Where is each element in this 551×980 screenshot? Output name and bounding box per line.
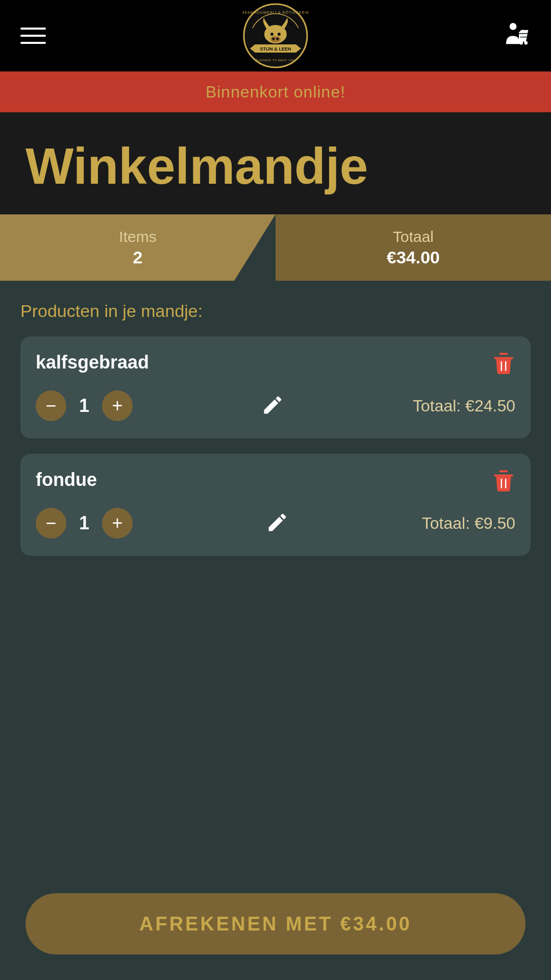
edit-button[interactable] xyxy=(256,388,289,423)
svg-point-14 xyxy=(524,41,528,45)
page-title-section: Winkelmandje xyxy=(0,112,551,214)
products-section: Producten in je mandje: kalfsgebraad − 1… xyxy=(0,281,551,592)
product-total: Totaal: €24.50 xyxy=(413,397,515,415)
svg-text:PLEASED TO MEAT YOU: PLEASED TO MEAT YOU xyxy=(255,59,295,62)
checkout-button[interactable]: AFREKENEN MET €34.00 xyxy=(26,893,525,954)
trash-icon xyxy=(491,351,516,376)
svg-point-8 xyxy=(277,38,279,40)
checkout-container: AFREKENEN MET €34.00 xyxy=(26,893,525,954)
product-controls: − 1 + Totaal: €9.50 xyxy=(36,506,515,541)
svg-point-5 xyxy=(278,33,281,36)
trash-icon xyxy=(491,468,516,494)
product-controls: − 1 + Totaal: €24.50 xyxy=(36,388,515,423)
quantity-decrease-button[interactable]: − xyxy=(36,508,66,538)
product-name: fondue xyxy=(36,469,515,491)
svg-text:STIJN & LEEN: STIJN & LEEN xyxy=(260,46,291,52)
products-list: kalfsgebraad − 1 + xyxy=(20,336,531,556)
quantity-controls: − 1 + xyxy=(36,390,133,421)
edit-button[interactable] xyxy=(261,506,294,541)
svg-point-6 xyxy=(270,36,281,42)
banner: Binnenkort online! xyxy=(0,71,551,112)
menu-button[interactable] xyxy=(20,28,46,44)
bottom-spacer xyxy=(0,592,551,694)
edit-icon xyxy=(266,511,289,534)
svg-rect-22 xyxy=(499,470,508,472)
svg-rect-21 xyxy=(494,475,513,477)
product-total: Totaal: €9.50 xyxy=(422,514,515,533)
quantity-increase-button[interactable]: + xyxy=(102,508,133,538)
quantity-decrease-button[interactable]: − xyxy=(36,390,66,421)
svg-point-4 xyxy=(270,33,273,36)
logo-svg: STIJN & LEEN BEENHOUWERIJ & RÔTISSERIE P… xyxy=(242,3,309,69)
summary-total: Totaal €34.00 xyxy=(276,214,551,281)
header: STIJN & LEEN BEENHOUWERIJ & RÔTISSERIE P… xyxy=(0,0,551,71)
hamburger-icon xyxy=(20,28,46,44)
products-heading: Producten in je mandje: xyxy=(20,301,531,321)
product-card: fondue − 1 + xyxy=(20,454,531,556)
svg-rect-17 xyxy=(494,357,513,359)
edit-icon xyxy=(261,394,284,416)
summary-items: Items 2 xyxy=(0,214,276,281)
page-title: Winkelmandje xyxy=(26,138,525,194)
delete-button[interactable] xyxy=(487,347,520,382)
items-label: Items xyxy=(119,228,156,246)
items-count: 2 xyxy=(133,248,143,267)
total-value: €34.00 xyxy=(387,248,440,267)
total-label: Totaal xyxy=(393,228,434,246)
cart-icon xyxy=(503,21,531,51)
product-name: kalfsgebraad xyxy=(36,352,515,373)
cart-button[interactable] xyxy=(503,21,531,51)
svg-point-13 xyxy=(519,41,523,45)
svg-text:BEENHOUWERIJ & RÔTISSERIE: BEENHOUWERIJ & RÔTISSERIE xyxy=(242,10,309,14)
banner-text: Binnenkort online! xyxy=(206,83,345,102)
summary-bar: Items 2 Totaal €34.00 xyxy=(0,214,551,281)
product-card: kalfsgebraad − 1 + xyxy=(20,336,531,438)
svg-rect-18 xyxy=(499,353,508,355)
quantity-value: 1 xyxy=(77,395,92,416)
quantity-controls: − 1 + xyxy=(36,508,133,538)
logo: STIJN & LEEN BEENHOUWERIJ & RÔTISSERIE P… xyxy=(242,3,309,69)
quantity-increase-button[interactable]: + xyxy=(102,390,133,421)
svg-point-12 xyxy=(510,23,517,30)
delete-button[interactable] xyxy=(487,464,520,499)
svg-point-7 xyxy=(272,38,275,40)
quantity-value: 1 xyxy=(77,512,92,534)
